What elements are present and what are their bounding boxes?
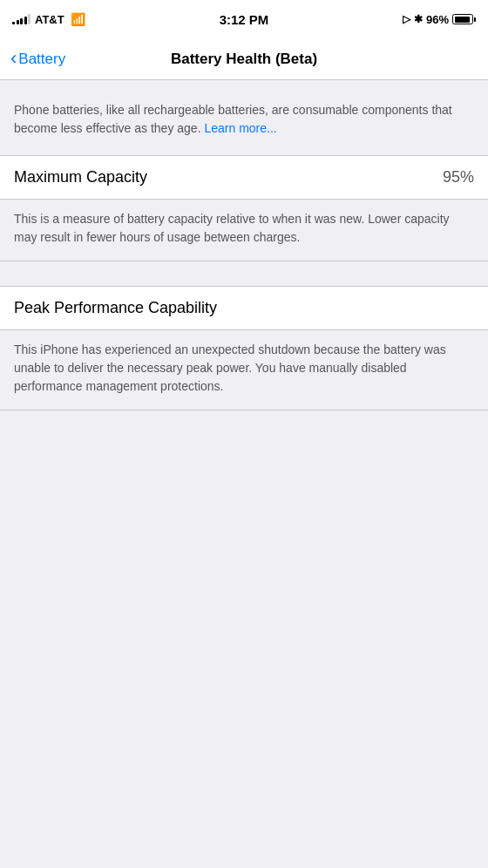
signal-bars-icon <box>12 14 30 24</box>
maximum-capacity-title: Maximum Capacity <box>14 168 147 186</box>
nav-bar: ‹ Battery Battery Health (Beta) <box>0 38 488 80</box>
content: Phone batteries, like all rechargeable b… <box>0 80 488 410</box>
back-label: Battery <box>18 51 65 68</box>
bluetooth-icon: ✱ <box>414 13 423 25</box>
carrier-label: AT&T <box>35 13 64 26</box>
peak-performance-body: This iPhone has experienced an unexpecte… <box>0 329 488 410</box>
wifi-icon: 📶 <box>71 12 85 26</box>
location-icon: ▷ <box>403 13 410 25</box>
info-section: Phone batteries, like all rechargeable b… <box>0 80 488 155</box>
section-spacer <box>0 261 488 286</box>
peak-performance-header: Peak Performance Capability <box>0 287 488 329</box>
status-time: 3:12 PM <box>220 12 269 27</box>
status-left: AT&T 📶 <box>12 12 85 26</box>
back-chevron-icon: ‹ <box>10 49 17 68</box>
maximum-capacity-header: Maximum Capacity 95% <box>0 156 488 199</box>
battery-icon <box>452 14 476 24</box>
maximum-capacity-section: Maximum Capacity 95% This is a measure o… <box>0 155 488 261</box>
peak-performance-description: This iPhone has experienced an unexpecte… <box>14 341 474 396</box>
maximum-capacity-body: This is a measure of battery capacity re… <box>0 199 488 261</box>
back-button[interactable]: ‹ Battery <box>10 50 65 68</box>
status-bar: AT&T 📶 3:12 PM ▷ ✱ 96% <box>0 0 488 38</box>
peak-performance-section: Peak Performance Capability This iPhone … <box>0 286 488 410</box>
status-right: ▷ ✱ 96% <box>403 13 476 26</box>
page-title: Battery Health (Beta) <box>171 51 317 68</box>
learn-more-link[interactable]: Learn more... <box>204 121 276 135</box>
maximum-capacity-value: 95% <box>443 168 474 186</box>
info-text: Phone batteries, like all rechargeable b… <box>14 101 474 138</box>
peak-performance-title: Peak Performance Capability <box>14 299 217 317</box>
maximum-capacity-description: This is a measure of battery capacity re… <box>14 210 474 247</box>
battery-percent: 96% <box>426 13 449 26</box>
